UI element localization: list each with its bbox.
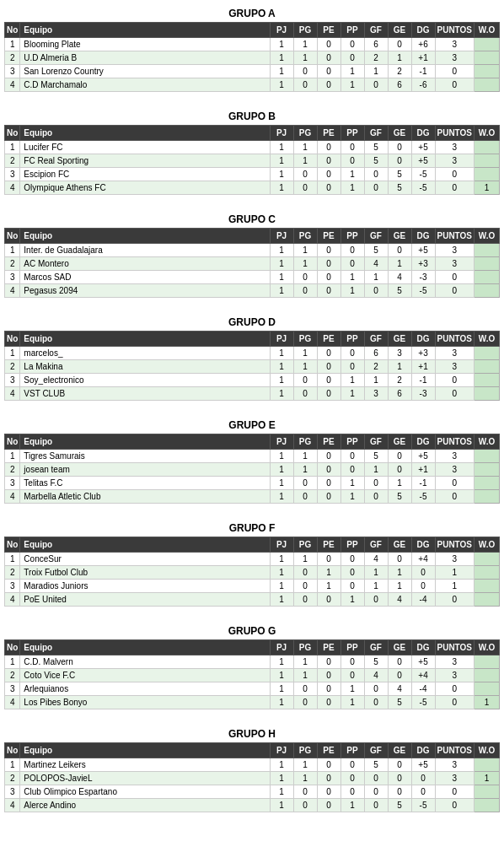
- table-row: 3Marcos SAD100114-30: [5, 271, 500, 284]
- cell-dg: 0: [411, 566, 435, 580]
- header-ge: GE: [388, 434, 411, 450]
- cell-dg: -5: [411, 799, 435, 812]
- table-row: 1Blooming Plate110060+63: [5, 38, 500, 51]
- page-wrapper: GRUPO ANoEquipoPJPGPEPPGFGEDGPUNTOSW.O1B…: [0, 0, 504, 832]
- header-wo: W.O: [475, 434, 500, 450]
- cell-puntos: 3: [435, 758, 475, 772]
- cell-puntos: 3: [435, 51, 475, 65]
- table-row: 4Alerce Andino100105-50: [5, 799, 500, 812]
- cell-pg: 1: [293, 772, 317, 785]
- cell-pj: 1: [270, 347, 293, 360]
- cell-puntos: 3: [435, 154, 475, 168]
- cell-pj: 1: [270, 284, 293, 298]
- header-ge: GE: [388, 23, 411, 38]
- cell-pg: 0: [293, 284, 317, 298]
- cell-gf: 2: [364, 360, 388, 374]
- cell-dg: +5: [411, 450, 435, 463]
- cell-gf: 0: [364, 772, 388, 785]
- cell-pg: 1: [293, 154, 317, 168]
- table-row: 3San Lorenzo Country100112-10: [5, 65, 500, 78]
- cell-ge: 0: [388, 244, 411, 257]
- cell-wo: [475, 785, 500, 799]
- cell-pj: 1: [270, 463, 293, 477]
- table-row: 1Inter. de Guadalajara110050+53: [5, 244, 500, 257]
- cell-pe: 0: [317, 463, 340, 477]
- cell-gf: 0: [364, 696, 388, 709]
- cell-dg: 0: [411, 580, 435, 593]
- group-block-5: GRUPO ENoEquipoPJPGPEPPGFGEDGPUNTOSW.O1T…: [4, 416, 500, 504]
- standings-table: NoEquipoPJPGPEPPGFGEDGPUNTOSW.O1Blooming…: [4, 22, 500, 92]
- group-block-8: GRUPO HNoEquipoPJPGPEPPGFGEDGPUNTOSW.O1M…: [4, 725, 500, 812]
- group-block-3: GRUPO CNoEquipoPJPGPEPPGFGEDGPUNTOSW.O1I…: [4, 210, 500, 298]
- header-dg: DG: [411, 537, 435, 553]
- cell-puntos: 0: [435, 785, 475, 799]
- cell-pp: 0: [340, 463, 364, 477]
- cell-puntos: 0: [435, 168, 475, 181]
- cell-pe: 0: [317, 477, 340, 490]
- cell-pp: 0: [340, 347, 364, 360]
- cell-pe: 0: [317, 374, 340, 387]
- header-no: No: [5, 537, 20, 553]
- header-gf: GF: [364, 126, 388, 141]
- cell-wo: [475, 78, 500, 92]
- cell-gf: 5: [364, 141, 388, 154]
- cell-no: 1: [5, 758, 20, 772]
- cell-no: 1: [5, 347, 20, 360]
- cell-equipo: AC Montero: [20, 257, 270, 271]
- cell-pj: 1: [270, 669, 293, 682]
- cell-pe: 0: [317, 271, 340, 284]
- table-row: 2POLOPOS-JavieL110000031: [5, 772, 500, 785]
- header-no: No: [5, 23, 20, 38]
- cell-no: 2: [5, 669, 20, 682]
- header-gf: GF: [364, 229, 388, 244]
- cell-no: 3: [5, 682, 20, 696]
- cell-ge: 3: [388, 347, 411, 360]
- header-no: No: [5, 743, 20, 758]
- cell-pp: 0: [340, 51, 364, 65]
- cell-dg: -5: [411, 168, 435, 181]
- cell-dg: +1: [411, 463, 435, 477]
- table-row: 2AC Montero110041+33: [5, 257, 500, 271]
- header-dg: DG: [411, 332, 435, 347]
- table-row: 2U.D Almeria B110021+13: [5, 51, 500, 65]
- cell-pe: 0: [317, 38, 340, 51]
- table-row: 4Marbella Atletic Club100105-50: [5, 490, 500, 504]
- cell-puntos: 0: [435, 490, 475, 504]
- cell-pp: 0: [340, 38, 364, 51]
- cell-wo: [475, 65, 500, 78]
- header-equipo: Equipo: [20, 537, 270, 553]
- cell-pj: 1: [270, 490, 293, 504]
- cell-pg: 1: [293, 669, 317, 682]
- header-pg: PG: [293, 743, 317, 758]
- cell-ge: 5: [388, 168, 411, 181]
- cell-wo: [475, 490, 500, 504]
- cell-puntos: 0: [435, 78, 475, 92]
- cell-no: 2: [5, 463, 20, 477]
- cell-equipo: Lucifer FC: [20, 141, 270, 154]
- cell-pp: 1: [340, 490, 364, 504]
- header-dg: DG: [411, 743, 435, 758]
- table-row: 2josean team110010+13: [5, 463, 500, 477]
- cell-equipo: VST CLUB: [20, 387, 270, 401]
- cell-dg: +5: [411, 655, 435, 669]
- cell-puntos: 0: [435, 65, 475, 78]
- header-ge: GE: [388, 640, 411, 655]
- cell-equipo: Olympique Athens FC: [20, 181, 270, 195]
- cell-gf: 0: [364, 168, 388, 181]
- cell-equipo: marcelos_: [20, 347, 270, 360]
- header-pg: PG: [293, 23, 317, 38]
- cell-puntos: 3: [435, 360, 475, 374]
- header-pg: PG: [293, 332, 317, 347]
- header-puntos: PUNTOS: [435, 23, 475, 38]
- header-puntos: PUNTOS: [435, 332, 475, 347]
- cell-no: 4: [5, 696, 20, 709]
- cell-wo: [475, 154, 500, 168]
- cell-pp: 1: [340, 181, 364, 195]
- cell-equipo: Martinez Leikers: [20, 758, 270, 772]
- cell-pe: 0: [317, 51, 340, 65]
- cell-pg: 0: [293, 181, 317, 195]
- table-row: 1Lucifer FC110050+53: [5, 141, 500, 154]
- header-pp: PP: [340, 743, 364, 758]
- cell-gf: 0: [364, 181, 388, 195]
- group-title: GRUPO G: [4, 622, 500, 639]
